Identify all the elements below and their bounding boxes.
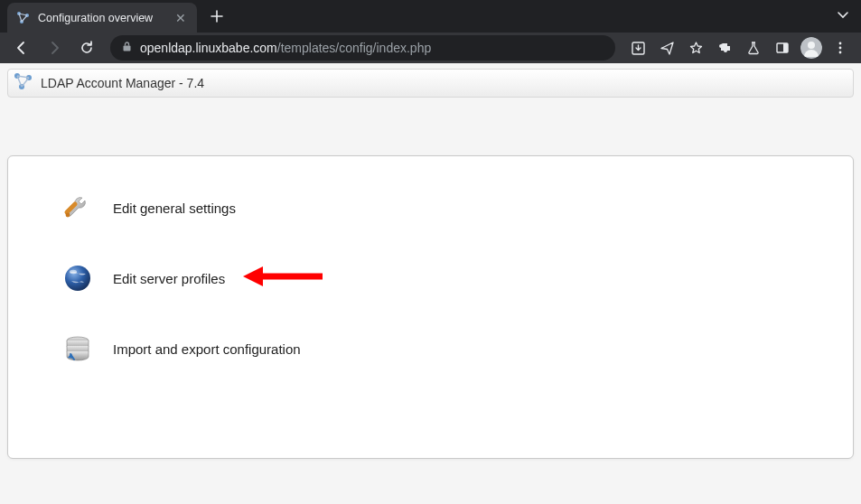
new-tab-button[interactable]	[204, 4, 229, 29]
tab-title: Configuration overview	[38, 12, 166, 24]
lock-icon	[121, 41, 133, 55]
svg-point-14	[839, 51, 842, 54]
menu-label: Edit general settings	[113, 201, 236, 216]
kebab-menu-icon[interactable]	[827, 35, 854, 61]
browser-tab-bar: Configuration overview ✕	[0, 0, 861, 33]
url-text: openldap.linuxbabe.com/templates/config/…	[140, 41, 431, 55]
svg-marker-26	[243, 266, 263, 286]
lam-favicon	[16, 11, 31, 25]
address-bar: openldap.linuxbabe.com/templates/config/…	[0, 33, 861, 63]
bookmark-icon[interactable]	[682, 35, 709, 61]
panel-icon[interactable]	[769, 35, 796, 61]
menu-label: Edit server profiles	[113, 271, 225, 286]
extensions-icon[interactable]	[711, 35, 738, 61]
svg-rect-9	[783, 43, 788, 52]
svg-point-23	[70, 270, 77, 274]
config-menu-card: Edit general settings Edit server profil…	[7, 155, 854, 459]
svg-point-11	[808, 42, 815, 49]
menu-label: Import and export configuration	[113, 341, 301, 357]
edit-server-profiles-link[interactable]: Edit server profiles	[62, 263, 808, 294]
svg-point-22	[65, 266, 90, 291]
wrench-icon	[62, 192, 93, 223]
flask-icon[interactable]	[740, 35, 767, 61]
svg-point-12	[839, 42, 842, 45]
reload-button[interactable]	[72, 35, 101, 61]
svg-line-4	[19, 14, 22, 22]
svg-point-13	[839, 47, 842, 50]
send-icon[interactable]	[653, 35, 680, 61]
forward-button[interactable]	[40, 35, 69, 61]
import-export-config-link[interactable]: Import and export configuration	[62, 333, 808, 364]
edit-general-settings-link[interactable]: Edit general settings	[62, 192, 808, 223]
globe-icon	[62, 263, 93, 294]
app-title: LDAP Account Manager - 7.4	[41, 76, 204, 90]
app-header: LDAP Account Manager - 7.4	[7, 69, 854, 98]
back-button[interactable]	[7, 35, 36, 61]
svg-rect-6	[124, 46, 131, 51]
database-transfer-icon	[62, 333, 93, 364]
svg-line-5	[22, 15, 27, 22]
close-tab-icon[interactable]: ✕	[173, 11, 188, 25]
url-box[interactable]: openldap.linuxbabe.com/templates/config/…	[110, 35, 615, 61]
lam-logo-icon	[14, 71, 33, 95]
annotation-arrow	[243, 263, 324, 294]
profile-button[interactable]	[798, 35, 825, 61]
svg-line-19	[17, 76, 22, 87]
install-app-icon[interactable]	[624, 35, 651, 61]
svg-point-21	[66, 213, 70, 218]
browser-tab[interactable]: Configuration overview ✕	[7, 3, 197, 33]
svg-line-20	[22, 78, 29, 87]
tabs-dropdown-icon[interactable]	[836, 7, 850, 25]
